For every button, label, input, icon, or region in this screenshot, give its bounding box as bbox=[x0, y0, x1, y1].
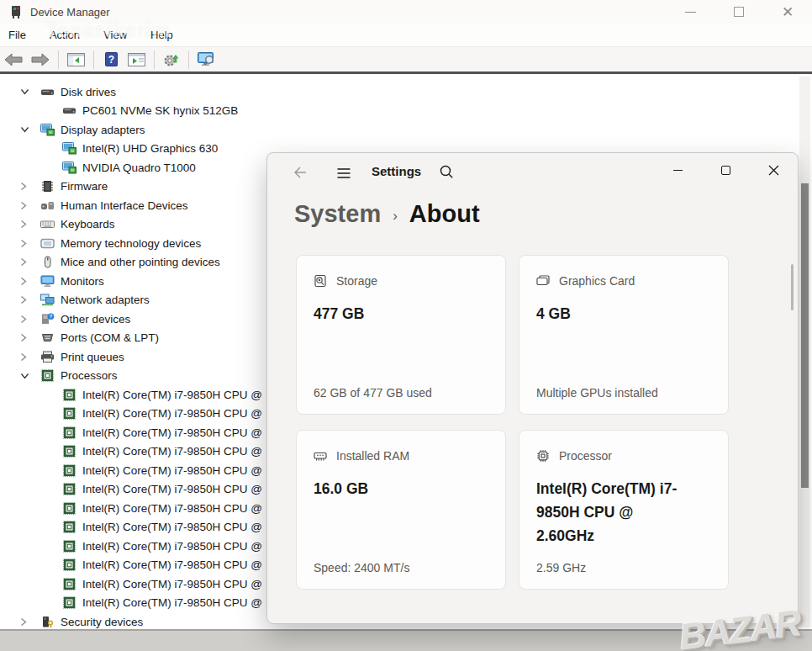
processor-icon bbox=[536, 449, 550, 463]
svg-text:?: ? bbox=[50, 313, 53, 319]
tree-item[interactable]: Display adapters bbox=[0, 120, 812, 140]
graphics-card: Graphics Card 4 GB Multiple GPUs install… bbox=[519, 255, 729, 415]
menu-file[interactable]: File bbox=[0, 24, 38, 46]
chevron-collapsed-icon[interactable] bbox=[20, 295, 40, 304]
other-icon: ? bbox=[40, 313, 55, 326]
tree-item-label: Network adapters bbox=[61, 294, 150, 306]
cpu-icon bbox=[62, 389, 76, 401]
chevron-collapsed-icon[interactable] bbox=[20, 333, 40, 342]
tree-item-label: Intel(R) Core(TM) i7-9850H CPU @ bbox=[82, 426, 262, 439]
storage-icon bbox=[314, 274, 327, 288]
tree-item-label: Intel(R) Core(TM) i7-9850H CPU @ bbox=[82, 578, 262, 590]
chevron-collapsed-icon[interactable] bbox=[20, 239, 40, 248]
firmware-icon bbox=[40, 180, 55, 193]
navigation-menu-button[interactable] bbox=[336, 166, 351, 181]
tree-item-label: Human Interface Devices bbox=[61, 199, 188, 212]
tree-item-label: Intel(R) Core(TM) i7-9850H CPU @ bbox=[82, 540, 262, 553]
spec-cards: Storage 477 GB 62 GB of 477 GB used Grap… bbox=[296, 255, 729, 590]
minimize-button[interactable] bbox=[666, 0, 714, 24]
back-button[interactable] bbox=[2, 48, 25, 71]
tree-item-label: Processors bbox=[61, 369, 118, 382]
tree-item[interactable]: Disk drives bbox=[0, 82, 812, 102]
tree-item-label: NVIDIA Quadro T1000 bbox=[82, 161, 196, 174]
chevron-collapsed-icon[interactable] bbox=[20, 617, 40, 627]
display-icon bbox=[62, 142, 76, 155]
close-icon: ✕ bbox=[782, 5, 794, 19]
close-button[interactable] bbox=[750, 156, 798, 183]
computer-search-button[interactable] bbox=[195, 48, 219, 71]
chevron-collapsed-icon[interactable] bbox=[20, 277, 40, 286]
keyboard-icon bbox=[40, 218, 55, 230]
device-manager-scrollbar[interactable] bbox=[799, 77, 810, 627]
ram-card: Installed RAM 16.0 GB Speed: 2400 MT/s bbox=[296, 430, 506, 590]
cpu-icon bbox=[62, 407, 76, 420]
scan-hardware-button[interactable] bbox=[161, 48, 182, 71]
tree-item-label: Intel(R) Core(TM) i7-9850H CPU @ bbox=[82, 464, 262, 477]
disk-icon bbox=[40, 86, 55, 98]
storage-value: 477 GB bbox=[314, 302, 465, 326]
window-title: Device Manager bbox=[30, 6, 110, 19]
maximize-button[interactable] bbox=[714, 0, 763, 24]
settings-scrollbar-thumb[interactable] bbox=[791, 264, 794, 310]
chevron-collapsed-icon[interactable] bbox=[20, 352, 40, 362]
chevron-collapsed-icon[interactable] bbox=[20, 220, 40, 229]
cpu-icon bbox=[62, 483, 76, 495]
chevron-expanded-icon[interactable] bbox=[20, 88, 40, 95]
chevron-collapsed-icon[interactable] bbox=[20, 257, 40, 267]
memory-icon bbox=[40, 237, 55, 250]
settings-titlebar[interactable]: Settings bbox=[267, 153, 798, 192]
chevron-expanded-icon[interactable] bbox=[20, 126, 40, 133]
settings-window: Settings System › About Storage 477 GB 6… bbox=[266, 152, 799, 624]
graphics-card-icon bbox=[536, 274, 550, 288]
printer-icon bbox=[40, 351, 55, 363]
back-button[interactable] bbox=[293, 165, 308, 180]
breadcrumb: System › About bbox=[294, 200, 480, 228]
chevron-right-icon: › bbox=[393, 204, 398, 225]
tree-item-label: PC601 NVMe SK hynix 512GB bbox=[82, 104, 238, 117]
menu-bar: File Action View Help Tenasikerim bbox=[0, 24, 812, 46]
settings-title: Settings bbox=[372, 164, 421, 178]
cpu-icon bbox=[62, 521, 76, 533]
cpu-icon bbox=[62, 445, 76, 458]
search-button[interactable] bbox=[439, 164, 454, 179]
search-icon bbox=[439, 164, 454, 179]
menu-view[interactable]: View bbox=[92, 24, 139, 46]
cpu-icon bbox=[62, 596, 76, 609]
tree-item-label: Intel(R) Core(TM) i7-9850H CPU @ bbox=[82, 521, 262, 533]
scan-hardware-icon bbox=[163, 52, 180, 67]
help-button[interactable]: ? bbox=[100, 48, 122, 71]
maximize-button[interactable] bbox=[702, 156, 750, 183]
page-title: About bbox=[409, 200, 480, 228]
minimize-button[interactable] bbox=[654, 156, 702, 183]
chevron-collapsed-icon[interactable] bbox=[20, 315, 40, 324]
toolbar-separator bbox=[58, 50, 59, 69]
show-console-tree-button[interactable] bbox=[65, 48, 87, 71]
tree-item-label: Other devices bbox=[61, 313, 130, 326]
tree-item-label: Keyboards bbox=[61, 218, 115, 230]
network-icon bbox=[40, 294, 55, 306]
chevron-collapsed-icon[interactable] bbox=[20, 182, 40, 191]
ram-footer: Speed: 2400 MT/s bbox=[314, 561, 409, 574]
tree-item-label: Monitors bbox=[61, 275, 104, 288]
chevron-collapsed-icon[interactable] bbox=[20, 201, 40, 210]
close-button[interactable]: ✕ bbox=[763, 0, 812, 24]
forward-button[interactable] bbox=[29, 48, 52, 71]
breadcrumb-system[interactable]: System bbox=[294, 200, 381, 228]
card-label: Processor bbox=[559, 449, 612, 463]
menu-help[interactable]: Help bbox=[139, 24, 185, 46]
computer-search-icon bbox=[198, 52, 217, 66]
card-label: Installed RAM bbox=[336, 449, 409, 463]
tree-item-label: Display adapters bbox=[61, 124, 145, 136]
device-manager-titlebar[interactable]: Device Manager ✕ bbox=[0, 0, 812, 24]
display-icon bbox=[62, 161, 76, 174]
close-icon bbox=[767, 164, 780, 177]
ram-value: 16.0 GB bbox=[314, 477, 465, 500]
tree-item[interactable]: PC601 NVMe SK hynix 512GB bbox=[0, 102, 812, 121]
menu-action[interactable]: Action bbox=[38, 24, 92, 46]
card-label: Storage bbox=[336, 274, 377, 288]
scrollbar-thumb[interactable] bbox=[801, 183, 809, 488]
chevron-expanded-icon[interactable] bbox=[20, 373, 40, 379]
device-manager-app-icon bbox=[8, 4, 24, 19]
tree-item-label: Intel(R) Core(TM) i7-9850H CPU @ bbox=[82, 502, 262, 515]
properties-button[interactable] bbox=[125, 48, 148, 71]
